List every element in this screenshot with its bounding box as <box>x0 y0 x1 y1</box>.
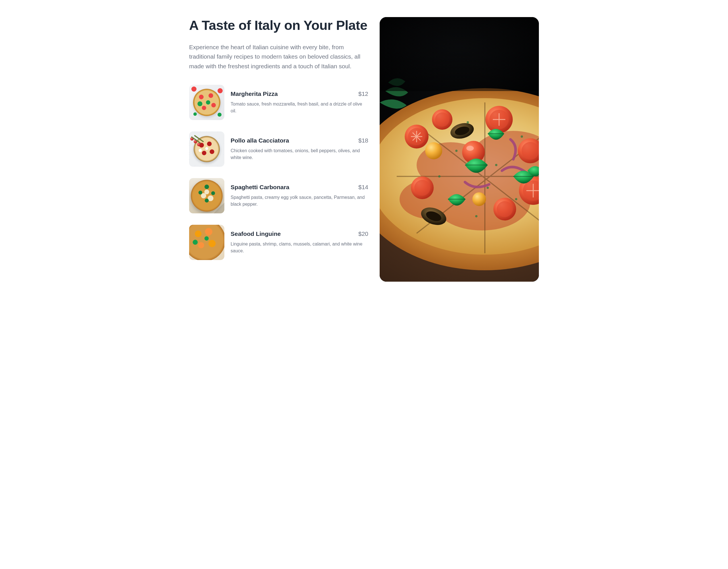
dish-description: Tomato sauce, fresh mozzarella, fresh ba… <box>231 101 368 114</box>
svg-point-35 <box>466 146 474 151</box>
menu-item-body: Spaghetti Carbonara $14 Spaghetti pasta,… <box>231 178 368 208</box>
svg-point-37 <box>472 192 486 206</box>
svg-point-33 <box>497 201 513 217</box>
dish-price: $20 <box>358 230 368 237</box>
dish-price: $12 <box>358 90 368 97</box>
menu-item: Seafood Linguine $20 Linguine pasta, shr… <box>189 225 368 260</box>
left-column: A Taste of Italy on Your Plate Experienc… <box>189 17 368 281</box>
dish-thumbnail <box>189 85 224 120</box>
svg-point-50 <box>438 175 440 177</box>
hero-title: A Taste of Italy on Your Plate <box>189 17 368 34</box>
svg-point-31 <box>414 180 430 196</box>
menu-item-header: Margherita Pizza $12 <box>231 90 368 97</box>
svg-point-52 <box>467 121 469 123</box>
svg-point-48 <box>475 215 477 217</box>
svg-point-49 <box>515 198 517 200</box>
svg-point-25 <box>522 142 539 160</box>
dish-description: Linguine pasta, shrimp, clams, mussels, … <box>231 241 368 254</box>
svg-rect-54 <box>380 17 539 91</box>
svg-point-53 <box>521 135 523 138</box>
menu-item-header: Pollo alla Cacciatora $18 <box>231 137 368 144</box>
dish-price: $14 <box>358 184 368 191</box>
hero-image <box>380 17 539 281</box>
dish-name: Margherita Pizza <box>231 90 278 97</box>
svg-point-46 <box>455 150 458 152</box>
menu-item-body: Margherita Pizza $12 Tomato sauce, fresh… <box>231 85 368 114</box>
dish-thumbnail <box>189 178 224 213</box>
dish-thumbnail <box>189 131 224 167</box>
menu-item-body: Seafood Linguine $20 Linguine pasta, shr… <box>231 225 368 254</box>
right-column <box>380 17 539 281</box>
page-container: A Taste of Italy on Your Plate Experienc… <box>189 17 539 281</box>
menu-list: Margherita Pizza $12 Tomato sauce, fresh… <box>189 85 368 260</box>
svg-point-36 <box>425 142 442 159</box>
dish-price: $18 <box>358 137 368 144</box>
menu-item: Spaghetti Carbonara $14 Spaghetti pasta,… <box>189 178 368 213</box>
dish-name: Pollo alla Cacciatora <box>231 137 289 144</box>
svg-point-19 <box>435 112 449 127</box>
dish-name: Spaghetti Carbonara <box>231 184 289 191</box>
menu-item: Margherita Pizza $12 Tomato sauce, fresh… <box>189 85 368 120</box>
dish-description: Spaghetti pasta, creamy egg yolk sauce, … <box>231 194 368 208</box>
menu-item-body: Pollo alla Cacciatora $18 Chicken cooked… <box>231 131 368 161</box>
menu-item: Pollo alla Cacciatora $18 Chicken cooked… <box>189 131 368 167</box>
hero-subtitle: Experience the heart of Italian cuisine … <box>189 42 368 71</box>
svg-point-47 <box>495 164 497 166</box>
menu-item-header: Spaghetti Carbonara $14 <box>231 184 368 191</box>
dish-name: Seafood Linguine <box>231 230 281 237</box>
dish-thumbnail <box>189 225 224 260</box>
dish-description: Chicken cooked with tomatoes, onions, be… <box>231 147 368 161</box>
menu-item-header: Seafood Linguine $20 <box>231 230 368 237</box>
svg-point-51 <box>487 187 489 189</box>
